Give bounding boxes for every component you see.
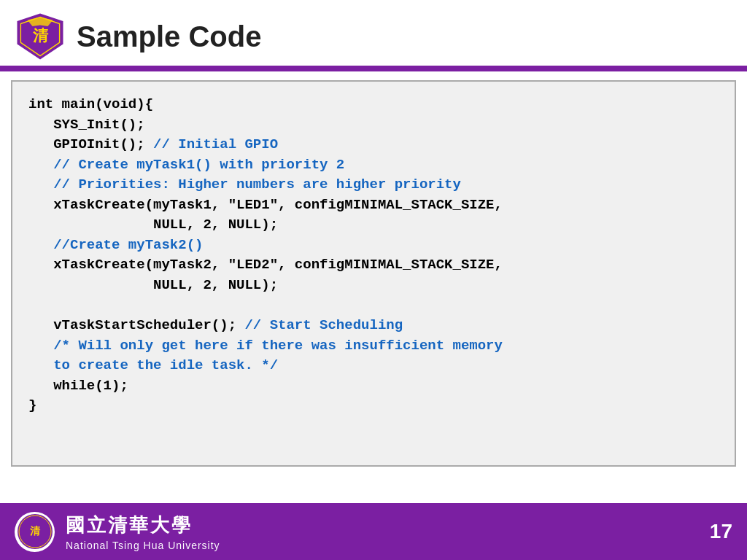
code-line-blank	[28, 295, 719, 316]
header-logo: 清	[15, 11, 66, 62]
code-line-1: int main(void){	[28, 95, 719, 115]
svg-text:清: 清	[30, 525, 41, 537]
header: 清 Sample Code	[0, 0, 747, 66]
code-line-3: GPIOInit(); // Initial GPIO	[28, 135, 719, 155]
nthu-logo-icon: 清	[15, 11, 66, 62]
footer-logo-icon: 清	[17, 513, 53, 550]
code-line-12: /* Will only get here if there was insuf…	[28, 336, 719, 357]
code-line-2: SYS_Init();	[28, 115, 719, 136]
code-line-9: xTaskCreate(myTask2, "LED2", configMINIM…	[28, 255, 719, 276]
svg-text:清: 清	[33, 27, 49, 44]
page-number: 17	[710, 520, 732, 543]
code-line-8: //Create myTask2()	[28, 236, 719, 256]
code-line-6: xTaskCreate(myTask1, "LED1", configMINIM…	[28, 195, 719, 216]
code-line-13: to create the idle task. */	[28, 356, 719, 376]
slide-title: Sample Code	[77, 20, 732, 52]
code-line-7: NULL, 2, NULL);	[28, 215, 719, 236]
main-content: int main(void){ SYS_Init(); GPIOInit(); …	[11, 80, 736, 467]
university-name-chinese: 國立清華大學	[66, 513, 220, 538]
title-area: Sample Code	[77, 20, 732, 52]
code-line-11: vTaskStartScheduler(); // Start Scheduli…	[28, 316, 719, 336]
code-line-4: // Create myTask1() with priority 2	[28, 155, 719, 176]
code-block: int main(void){ SYS_Init(); GPIOInit(); …	[28, 95, 719, 416]
footer: 清 國立清華大學 National Tsing Hua University 1…	[0, 503, 747, 560]
purple-divider	[0, 66, 747, 71]
university-name-english: National Tsing Hua University	[66, 540, 220, 551]
code-line-10: NULL, 2, NULL);	[28, 276, 719, 296]
code-line-15: }	[28, 396, 719, 416]
footer-text-area: 國立清華大學 National Tsing Hua University	[66, 513, 220, 551]
code-line-5: // Priorities: Higher numbers are higher…	[28, 175, 719, 195]
footer-logo: 清	[15, 512, 55, 552]
code-line-14: while(1);	[28, 376, 719, 397]
